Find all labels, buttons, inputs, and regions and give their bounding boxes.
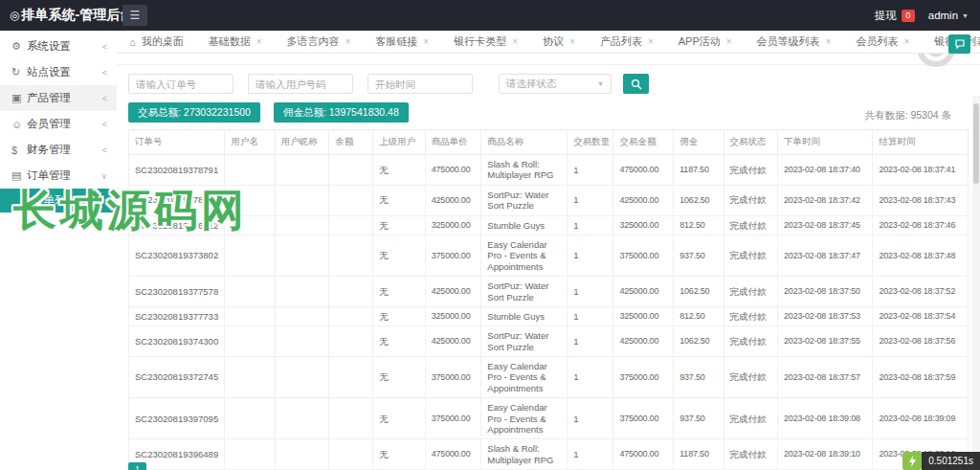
sidebar-toggle-button[interactable]: ☰ <box>122 5 147 26</box>
search-button[interactable] <box>623 74 649 94</box>
table-cell: 1 <box>568 439 613 470</box>
orders-table: 订单号用户名用户昵称余额上级用户商品单价商品名称交易数量交易金额佣金交易状态下单… <box>128 129 969 470</box>
table-cell: 2023-02-08 18:37:52 <box>873 277 969 307</box>
close-icon[interactable]: × <box>903 36 909 47</box>
tab-item[interactable]: 银行卡类型× <box>441 31 530 53</box>
column-header: 余额 <box>329 130 373 155</box>
column-header: 佣金 <box>674 130 724 155</box>
table-cell: 无 <box>373 398 425 439</box>
commission-total-button[interactable]: 佣金总额: 1397541830.48 <box>274 102 409 123</box>
tab-item[interactable]: 会员列表× <box>843 31 922 53</box>
tab-item[interactable]: 产品列表× <box>588 31 666 53</box>
close-icon[interactable]: × <box>569 36 575 47</box>
table-cell: 无 <box>373 357 425 398</box>
table-cell: 812.50 <box>674 306 724 325</box>
vertical-scrollbar[interactable] <box>972 96 980 470</box>
tab-item[interactable]: APP活动× <box>666 31 745 53</box>
sidebar-item-label: 系统设置 <box>27 39 71 54</box>
tab-item[interactable]: 协议× <box>530 31 588 53</box>
toolbar-strip <box>117 54 980 65</box>
table-cell: 325000.00 <box>425 215 481 235</box>
order-number-input[interactable] <box>128 74 234 94</box>
table-cell <box>329 439 373 470</box>
site-icon: ↻ <box>11 66 27 78</box>
table-cell <box>225 185 275 215</box>
table-cell: 无 <box>373 155 425 186</box>
start-time-input[interactable] <box>368 74 473 94</box>
table-cell: 2023-02-08 18:37:57 <box>778 357 873 398</box>
table-cell: 2023-02-08 18:39:08 <box>778 398 873 439</box>
tab-item[interactable]: 多语言内容× <box>275 31 364 53</box>
scrollbar-thumb[interactable] <box>973 103 979 184</box>
table-cell <box>329 357 373 398</box>
withdraw-count-badge: 0 <box>902 10 915 22</box>
pagination-button[interactable]: 1 <box>128 462 146 470</box>
sidebar-item-财务管理[interactable]: $财务管理< <box>0 137 117 163</box>
column-header: 用户昵称 <box>275 130 329 155</box>
order-icon: ▤ <box>11 169 27 182</box>
column-header: 用户名 <box>225 130 275 155</box>
column-header: 订单号 <box>129 130 225 155</box>
table-cell <box>225 235 275 276</box>
table-cell: 1062.50 <box>674 185 724 215</box>
order-list-panel: 请选择状态 ▼ 交易总额: 273032231500 佣金总额: 1397541… <box>117 65 980 470</box>
table-cell: Stumble Guys <box>481 215 568 235</box>
tab-item[interactable]: 基础数据× <box>196 31 275 53</box>
table-row: SC23020819376212无325000.00Stumble Guys13… <box>129 215 969 235</box>
customer-service-button[interactable] <box>948 34 970 54</box>
thinkphp-debug-icon[interactable] <box>902 452 922 470</box>
app-logo: ◎ 排单系统-管理后台 <box>0 7 117 24</box>
table-cell: 1187.50 <box>674 439 724 470</box>
table-cell: 325000.00 <box>613 306 674 325</box>
table-row: SC23020819374300无425000.00SortPuz: Water… <box>129 326 969 357</box>
sidebar-item-系统设置[interactable]: ⚙系统设置< <box>0 34 117 59</box>
user-menu[interactable]: admin ▼ <box>928 10 969 21</box>
sidebar-item-站点设置[interactable]: ↻站点设置< <box>0 59 117 85</box>
withdraw-menu-item[interactable]: 提现 0 <box>875 9 915 23</box>
close-icon[interactable]: × <box>512 36 518 47</box>
user-number-input[interactable] <box>248 74 353 94</box>
table-cell: 1062.50 <box>674 326 724 357</box>
tab-label: 基础数据 <box>209 34 251 49</box>
close-icon[interactable]: × <box>726 36 732 47</box>
table-row: SC23020819397095无375000.00Easy Calendar … <box>129 398 969 439</box>
tab-item[interactable]: 客服链接× <box>363 31 441 53</box>
tab-label: 多语言内容 <box>287 34 340 49</box>
table-row: SC23020819377578无425000.00SortPuz: Water… <box>129 277 969 307</box>
table-cell: 完成付款 <box>724 398 778 439</box>
close-icon[interactable]: × <box>423 36 429 47</box>
table-cell: 1062.50 <box>674 277 724 307</box>
member-icon: ☺ <box>11 119 27 130</box>
table-cell <box>329 155 373 186</box>
close-icon[interactable]: × <box>345 36 351 47</box>
tab-desktop[interactable]: ⌂我的桌面 <box>117 31 196 53</box>
table-cell: SortPuz: Water Sort Puzzle <box>481 326 568 357</box>
sidebar-item-label: 会员管理 <box>27 117 71 131</box>
table-cell: SC23020819397095 <box>129 398 225 439</box>
table-cell: 2023-02-08 18:37:59 <box>873 357 969 398</box>
table-cell: 无 <box>373 185 425 215</box>
table-cell: 475000.00 <box>425 439 481 470</box>
app-window: ◎ 排单系统-管理后台 ☰ 提现 0 admin ▼ ⚙系统设置<↻站点设置<▣… <box>0 0 980 470</box>
tab-item[interactable]: 会员等级列表× <box>745 31 844 53</box>
close-icon[interactable]: × <box>256 36 262 47</box>
close-icon[interactable]: × <box>826 36 832 47</box>
table-cell: 425000.00 <box>425 277 481 307</box>
table-cell: 2023-02-08 18:37:53 <box>778 306 873 325</box>
table-cell: SC23020819372745 <box>129 357 225 398</box>
table-cell: 2023-02-08 18:39:10 <box>778 439 873 470</box>
tab-label: APP活动 <box>679 34 721 49</box>
sidebar-item-订单管理[interactable]: ▤订单管理∨ <box>0 163 117 189</box>
sidebar-item-产品管理[interactable]: ▣产品管理< <box>0 85 117 111</box>
table-cell <box>329 235 373 276</box>
status-select[interactable]: 请选择状态 ▼ <box>499 74 612 94</box>
sidebar-subitem-order-list[interactable]: 订单列表 <box>0 189 117 213</box>
table-cell: 完成付款 <box>724 326 778 357</box>
table-cell: Easy Calendar Pro - Events & Appointment… <box>481 357 568 398</box>
table-row: SC23020819372745无375000.00Easy Calendar … <box>129 357 969 398</box>
table-cell <box>329 326 373 357</box>
sidebar-item-会员管理[interactable]: ☺会员管理< <box>0 111 117 137</box>
close-icon[interactable]: × <box>648 36 654 47</box>
transaction-total-button[interactable]: 交易总额: 273032231500 <box>128 102 260 123</box>
table-cell <box>329 185 373 215</box>
